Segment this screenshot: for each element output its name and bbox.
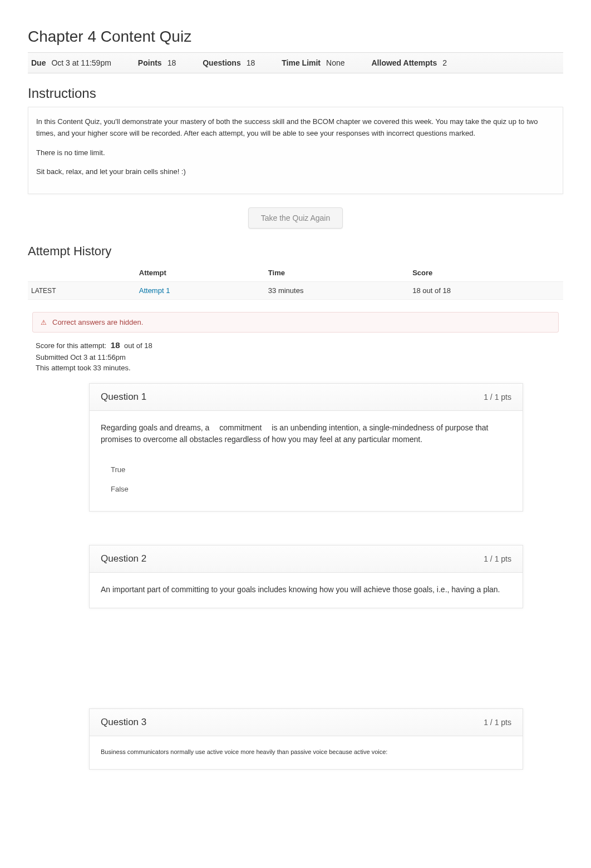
score-suffix: out of 18 xyxy=(124,341,152,350)
score-label: Score for this attempt: xyxy=(36,341,106,350)
question-body: An important part of committing to your … xyxy=(90,573,523,608)
meta-allowed-attempts-value: 2 xyxy=(442,58,447,67)
answer-list: True False xyxy=(90,458,523,511)
question-title: Question 1 xyxy=(101,391,146,403)
meta-time-limit: Time Limit None xyxy=(282,58,344,67)
meta-questions-value: 18 xyxy=(247,58,255,67)
question-text: An important part of committing to your … xyxy=(101,584,511,596)
attempt-link[interactable]: Attempt 1 xyxy=(139,286,170,295)
hidden-answers-banner: ⚠ Correct answers are hidden. xyxy=(32,312,559,333)
col-score: Score xyxy=(409,264,563,282)
question-header: Question 3 1 / 1 pts xyxy=(90,709,523,736)
question-points: 1 / 1 pts xyxy=(484,393,511,401)
col-blank xyxy=(28,264,136,282)
banner-text: Correct answers are hidden. xyxy=(52,318,143,326)
duration-line: This attempt took 33 minutes. xyxy=(36,364,563,372)
instructions-p1: In this Content Quiz, you'll demonstrate… xyxy=(36,116,555,140)
instructions-box: In this Content Quiz, you'll demonstrate… xyxy=(28,107,563,194)
take-quiz-again-button[interactable]: Take the Quiz Again xyxy=(248,207,343,229)
meta-time-limit-value: None xyxy=(326,58,344,67)
submitted-line: Submitted Oct 3 at 11:56pm xyxy=(36,353,563,361)
question-text: Regarding goals and dreams, a commitment… xyxy=(101,422,511,445)
question-block: Question 2 1 / 1 pts An important part o… xyxy=(89,545,523,608)
score-summary: Score for this attempt: 18 out of 18 xyxy=(36,340,563,350)
attempt-history-table: Attempt Time Score LATEST Attempt 1 33 m… xyxy=(28,264,563,300)
col-time: Time xyxy=(265,264,409,282)
meta-allowed-attempts: Allowed Attempts 2 xyxy=(372,58,447,67)
meta-time-limit-label: Time Limit xyxy=(282,58,321,67)
question-body: Business communicators normally use acti… xyxy=(90,736,523,769)
instructions-p2: There is no time limit. xyxy=(36,147,555,159)
meta-questions-label: Questions xyxy=(203,58,240,67)
meta-points-value: 18 xyxy=(168,58,176,67)
meta-due-value: Oct 3 at 11:59pm xyxy=(51,58,111,67)
meta-due: Due Oct 3 at 11:59pm xyxy=(31,58,111,67)
latest-cell: LATEST xyxy=(28,282,136,300)
score-value: 18 xyxy=(111,340,120,350)
warning-icon: ⚠ xyxy=(41,319,47,326)
meta-questions: Questions 18 xyxy=(203,58,255,67)
time-cell: 33 minutes xyxy=(265,282,409,300)
attempt-history-heading: Attempt History xyxy=(28,244,563,259)
instructions-heading: Instructions xyxy=(28,86,563,101)
question-block: Question 1 1 / 1 pts Regarding goals and… xyxy=(89,383,523,512)
question-title: Question 2 xyxy=(101,553,146,564)
attempt-cell: Attempt 1 xyxy=(136,282,265,300)
score-cell: 18 out of 18 xyxy=(409,282,563,300)
question-points: 1 / 1 pts xyxy=(484,718,511,727)
quiz-meta-bar: Due Oct 3 at 11:59pm Points 18 Questions… xyxy=(28,52,563,73)
question-header: Question 2 1 / 1 pts xyxy=(90,545,523,573)
meta-due-label: Due xyxy=(31,58,46,67)
question-body: Regarding goals and dreams, a commitment… xyxy=(90,411,523,458)
col-attempt: Attempt xyxy=(136,264,265,282)
question-points: 1 / 1 pts xyxy=(484,554,511,563)
quiz-title: Chapter 4 Content Quiz xyxy=(28,28,563,46)
question-title: Question 3 xyxy=(101,717,146,728)
table-row: LATEST Attempt 1 33 minutes 18 out of 18 xyxy=(28,282,563,300)
question-text: Business communicators normally use acti… xyxy=(101,747,511,757)
meta-points-label: Points xyxy=(138,58,162,67)
meta-points: Points 18 xyxy=(138,58,176,67)
question-block: Question 3 1 / 1 pts Business communicat… xyxy=(89,708,523,770)
answer-option: True xyxy=(111,460,511,479)
instructions-p3: Sit back, relax, and let your brain cell… xyxy=(36,166,555,178)
answer-option: False xyxy=(111,479,511,499)
table-header-row: Attempt Time Score xyxy=(28,264,563,282)
question-header: Question 1 1 / 1 pts xyxy=(90,384,523,411)
meta-allowed-attempts-label: Allowed Attempts xyxy=(372,58,437,67)
